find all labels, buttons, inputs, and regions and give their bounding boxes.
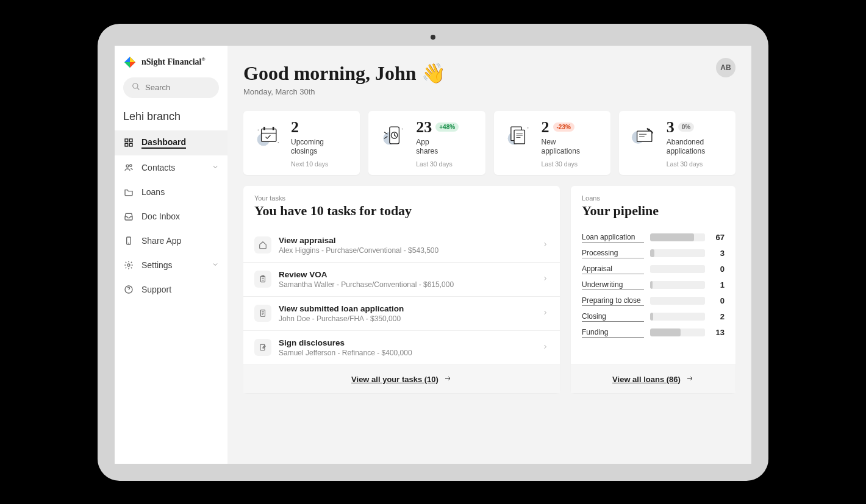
app-screen: nSight Financial® Lehi branch DashboardC… [115,46,751,464]
stat-card-abandoned[interactable]: 30%AbandonedapplicationsLast 30 days [619,111,735,175]
chevron-down-icon [212,260,219,270]
search-input[interactable] [145,83,210,92]
pipeline-bar [650,233,705,241]
pipeline-row[interactable]: Funding13 [582,325,725,341]
avatar[interactable]: AB [716,58,735,77]
loans-footer: View all loans (86) [571,364,735,393]
pipeline-bar [650,249,705,257]
loans-title: Your pipeline [582,203,725,219]
view-all-loans-link[interactable]: View all loans (86) [612,375,694,384]
task-title: Sign disclosures [279,338,534,347]
sidebar-item-support[interactable]: Support [115,277,227,302]
stat-value: 3 [667,119,675,135]
pipeline-row[interactable]: Preparing to close0 [582,293,725,309]
task-list: View appraisalAlex Higgins - Purchase/Co… [243,229,560,364]
pipeline-bar [650,313,705,321]
greeting-date: Monday, March 30th [243,87,735,96]
svg-point-23 [277,142,279,143]
sidebar-item-settings[interactable]: Settings [115,253,227,277]
sidebar-item-share-app[interactable]: Share App [115,229,227,253]
pipeline-row[interactable]: Processing3 [582,246,725,261]
stat-label: Abandonedapplications [667,138,727,157]
svg-rect-7 [129,139,132,142]
task-type-icon [254,339,271,356]
stat-value: 2 [291,119,299,135]
pipeline-row[interactable]: Loan application67 [582,230,725,246]
pipeline-bar [650,328,705,336]
sidebar-item-loans[interactable]: Loans [115,180,227,204]
task-subtitle: Samantha Waller - Purchase/Conventional … [279,280,534,289]
task-type-icon [254,271,271,288]
pipeline-bar-fill [650,233,694,241]
pipeline-label: Preparing to close [582,296,644,306]
task-row[interactable]: View appraisalAlex Higgins - Purchase/Co… [243,229,560,262]
sidebar-item-dashboard[interactable]: Dashboard [115,130,227,155]
stat-illustration-icon [252,119,284,151]
task-row[interactable]: Sign disclosuresSamuel Jefferson - Refin… [243,330,560,364]
task-subtitle: Samuel Jefferson - Refinance - $400,000 [279,349,534,357]
task-type-icon [254,305,271,322]
stat-sublabel: Last 30 days [416,160,476,168]
stat-label: Newapplications [542,138,602,157]
svg-point-22 [258,129,259,130]
pipeline-label: Funding [582,328,644,338]
pipeline-value: 2 [711,312,725,321]
tasks-footer: View all your tasks (10) [243,364,560,393]
task-title: View submitted loan application [279,304,534,313]
svg-point-11 [130,165,132,166]
pipeline-value: 67 [711,233,725,242]
svg-marker-1 [130,57,135,62]
inbox-icon [123,211,134,222]
pipeline-label: Loan application [582,233,644,243]
pipeline-value: 1 [711,280,725,289]
pipeline-label: Closing [582,312,644,322]
wave-emoji: 👋 [421,62,446,84]
task-title: View appraisal [279,236,534,245]
pipeline-row[interactable]: Appraisal0 [582,261,725,277]
pipeline-bar-fill [650,249,654,257]
pipeline-bar-fill [650,328,681,336]
pipeline-row[interactable]: Underwriting1 [582,277,725,293]
task-type-icon [254,236,271,254]
svg-line-5 [137,87,140,90]
brand-logo[interactable]: nSight Financial® [115,55,227,77]
pipeline-bar [650,297,705,305]
tasks-panel-head: Your tasks You have 10 tasks for today [243,186,560,222]
tasks-title: You have 10 tasks for today [254,203,549,219]
chevron-down-icon [212,163,219,172]
view-all-tasks-link[interactable]: View all your tasks (10) [351,375,452,384]
svg-rect-20 [263,127,265,130]
svg-point-4 [133,83,138,88]
search-box[interactable] [123,77,219,98]
sidebar-item-label: Support [141,285,171,294]
main-content: AB Good morning, John 👋 Monday, March 30… [227,46,751,464]
pipeline-bar-fill [650,313,653,321]
loans-panel-head: Loans Your pipeline [571,186,735,222]
stat-card-app[interactable]: 23+48%AppsharesLast 30 days [368,111,485,175]
pipeline-label: Processing [582,249,644,258]
search-icon [132,82,140,93]
pipeline-label: Appraisal [582,264,644,274]
chevron-right-icon [542,274,549,285]
svg-point-27 [402,128,403,129]
sidebar-item-contacts[interactable]: Contacts [115,155,227,180]
chevron-right-icon [542,308,549,319]
arrow-right-icon [685,375,694,384]
stat-card-upcoming[interactable]: 2UpcomingclosingsNext 10 days [243,111,360,175]
svg-rect-9 [129,143,132,146]
sidebar-item-doc-inbox[interactable]: Doc Inbox [115,204,227,229]
pipeline-row[interactable]: Closing2 [582,309,725,325]
brand-name: nSight Financial® [141,57,205,67]
tasks-eyebrow: Your tasks [254,194,549,202]
help-icon [123,284,134,295]
stat-sublabel: Last 30 days [667,160,727,168]
task-row[interactable]: View submitted loan applicationJohn Doe … [243,296,560,330]
svg-point-10 [126,165,129,167]
stat-illustration-icon [628,119,659,151]
stat-cards-row: 2UpcomingclosingsNext 10 days23+48%Appsh… [243,111,735,175]
stat-card-new[interactable]: 2-23%NewapplicationsLast 30 days [494,111,610,175]
nav-list: DashboardContactsLoansDoc InboxShare App… [115,130,227,302]
chevron-right-icon [542,240,549,250]
task-row[interactable]: Review VOASamantha Waller - Purchase/Con… [243,262,560,296]
dashboard-icon [123,137,134,148]
